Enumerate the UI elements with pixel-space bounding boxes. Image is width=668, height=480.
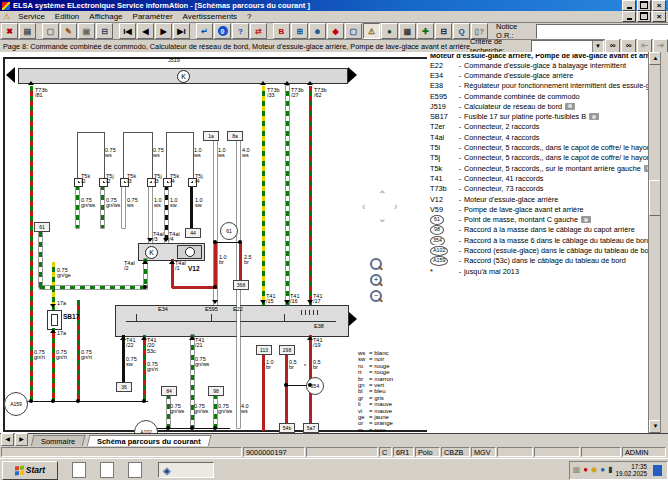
document-shortcut-1[interactable] <box>72 462 86 478</box>
help-button[interactable]: ? <box>232 23 249 39</box>
first-page-button[interactable]: I◀ <box>119 23 136 39</box>
camera-icon[interactable] <box>589 113 599 120</box>
mdi-minimize-button[interactable] <box>622 11 636 22</box>
legend-dash: - <box>456 61 464 70</box>
search-criteria-combobox[interactable]: ▼ <box>531 40 604 53</box>
menu-item-edition[interactable]: Edition <box>50 12 84 21</box>
window-grid-button[interactable]: ⊞ <box>291 23 308 39</box>
taskbar: Start ◈ ▦●◆●▮ 17:35 19.02.2025 <box>0 458 668 480</box>
camera-icon[interactable] <box>581 216 591 223</box>
window-edge-strip <box>660 52 668 433</box>
status-cell: ADMIN <box>622 447 666 457</box>
new-document-button[interactable]: ▢ <box>42 23 59 39</box>
close-button[interactable]: × <box>652 0 666 11</box>
document-shortcut-3[interactable] <box>128 462 142 478</box>
wire <box>239 242 242 280</box>
mdi-restore-button[interactable] <box>637 11 651 22</box>
reference-box: 5a7 <box>303 423 319 433</box>
compare-button[interactable]: ⇄ <box>250 23 267 39</box>
previous-page-button[interactable]: ◀ <box>137 23 154 39</box>
pan-left-button[interactable]: ‹ <box>362 202 365 212</box>
pan-up-button[interactable]: ⌃ <box>378 190 386 200</box>
back-button[interactable]: ↵ <box>196 23 213 39</box>
camera-icon[interactable] <box>565 103 575 110</box>
search-up-button[interactable]: ∞ <box>621 39 636 53</box>
menu-item-avertissements[interactable]: Avertissements <box>178 12 243 21</box>
documents-button[interactable]: B <box>273 23 290 39</box>
connection-arrow-icon <box>50 329 56 333</box>
globe-button[interactable]: ● <box>381 23 398 39</box>
alert-icon[interactable]: ● <box>583 466 588 474</box>
wire-label: T5j /4 <box>195 174 203 185</box>
zoom-in-button[interactable]: + <box>370 274 382 286</box>
minimize-button[interactable] <box>622 0 636 11</box>
user-button[interactable]: ☻ <box>309 23 326 39</box>
wire <box>24 401 148 402</box>
show-desktop-icon[interactable] <box>653 465 662 476</box>
vehicle-button[interactable]: ⊟ <box>96 23 113 39</box>
tab-scroll-right-button[interactable]: ▶ <box>15 433 28 446</box>
legend-dash: - <box>456 71 464 80</box>
tab-scroll-left-button[interactable]: ◀ <box>1 433 14 446</box>
wire <box>262 86 265 305</box>
search-user-button[interactable]: Q <box>453 23 470 39</box>
save-button[interactable]: ▦ <box>399 23 416 39</box>
connection-circle: A159 <box>4 392 28 416</box>
last-page-button[interactable]: ▶I <box>173 23 190 39</box>
next-page-button[interactable]: ▶ <box>155 23 172 39</box>
print-button[interactable]: ▤ <box>19 23 36 39</box>
legend-item: E22-Commande d'essuie-glace à balayage i… <box>430 60 648 70</box>
chevron-down-icon[interactable]: ▼ <box>592 41 603 52</box>
zoom-select-button[interactable] <box>370 258 382 270</box>
pan-right-button[interactable]: › <box>394 202 397 212</box>
copy-document-button[interactable]: ▣ <box>78 23 95 39</box>
stop-button[interactable]: ◆ <box>327 23 344 39</box>
legend-code: T4al <box>430 133 456 142</box>
info-icon: 0 <box>218 26 228 36</box>
service-button[interactable]: ✚ <box>417 23 434 39</box>
taskbar-clock: 17:35 19.02.2025 <box>615 463 647 477</box>
shield-icon[interactable]: ◆ <box>591 466 597 474</box>
menu-item-?[interactable]: ? <box>242 12 256 21</box>
messenger-icon[interactable]: ● <box>600 466 605 474</box>
mdi-close-button[interactable]: × <box>652 11 666 22</box>
wire-label: 0.5 br <box>313 360 321 371</box>
stop-icon: ◆ <box>332 27 338 36</box>
menu-item-affichage[interactable]: Affichage <box>84 12 127 21</box>
info-button[interactable]: 0 <box>214 23 231 39</box>
warnings-button[interactable]: ⚠ <box>363 23 380 39</box>
vehicle-data-button[interactable]: ⊟ <box>435 23 452 39</box>
exit-button[interactable]: ✖ <box>1 23 18 39</box>
start-button[interactable]: Start <box>2 461 58 480</box>
wire-label: T41 /19 <box>313 338 322 349</box>
input-device-icon[interactable]: ▮ <box>608 466 612 474</box>
legend-description: Calculateur de réseau de bord <box>464 102 562 111</box>
compare-icon: ⇄ <box>255 27 262 36</box>
toolbar-separator <box>36 24 41 38</box>
wire-label: 0.75 gn/ws <box>195 357 209 368</box>
continuation-arrow-right-icon <box>349 312 357 326</box>
task-button-elsa[interactable]: ◈ <box>158 462 214 478</box>
document-shortcut-2[interactable] <box>100 462 114 478</box>
pan-down-button[interactable]: ⌄ <box>378 214 386 224</box>
window-icon: ▢ <box>350 27 358 36</box>
window-button[interactable]: ▢ <box>345 23 362 39</box>
menu-item-service[interactable]: Service <box>13 12 50 21</box>
connection-arrow-icon <box>50 304 56 308</box>
warning-icon: ⚠ <box>3 12 10 21</box>
motor-icon <box>185 247 195 257</box>
legend-description: Raccord à la masse 6 dans le câblage du … <box>464 236 648 245</box>
result-previous-button: ⇤ <box>637 39 652 53</box>
exit-icon: ✖ <box>6 27 13 36</box>
network-status-icon[interactable]: ▦ <box>573 466 581 474</box>
wiring-diagram-canvas[interactable]: K K ⌃ ‹ <box>0 52 430 433</box>
search-down-button[interactable]: ∞ <box>605 39 620 53</box>
legend-description: Raccord (essuie-glace) dans le câblage d… <box>464 246 648 255</box>
edit-document-button[interactable]: ✎ <box>60 23 77 39</box>
menu-item-paramtrer[interactable]: Paramétrer <box>128 12 178 21</box>
legend-item: 61-Point de masse, montant C gauche <box>430 214 648 224</box>
component-bus-j519: K <box>18 68 348 84</box>
maximize-button[interactable] <box>637 0 651 11</box>
zoom-out-button[interactable]: − <box>370 290 382 302</box>
wire-label: 4.0 ws <box>241 404 249 415</box>
